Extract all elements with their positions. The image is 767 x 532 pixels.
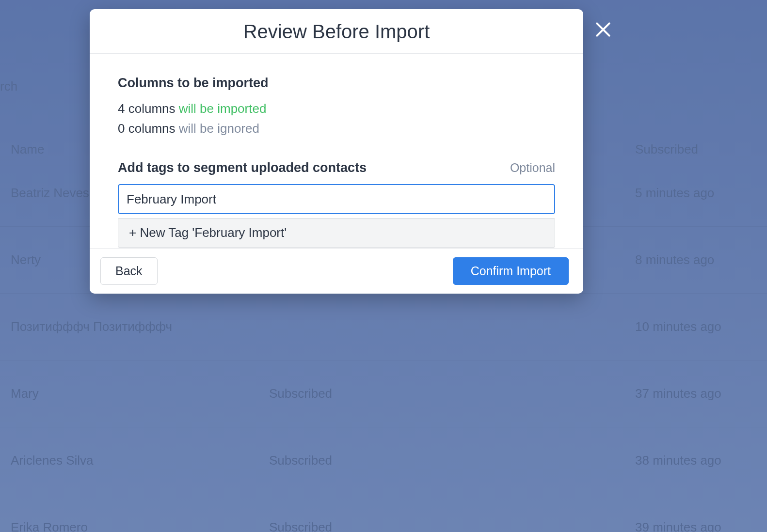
tag-input[interactable] [118, 184, 555, 214]
tag-input-wrapper: + New Tag 'February Import' [118, 184, 555, 214]
columns-ignored-line: 0 columns will be ignored [118, 121, 555, 136]
modal-body: Columns to be imported 4 columns will be… [90, 54, 583, 248]
back-button[interactable]: Back [100, 257, 158, 285]
new-tag-option[interactable]: + New Tag 'February Import' [118, 218, 555, 248]
columns-imported-line: 4 columns will be imported [118, 101, 555, 116]
modal-footer: Back Confirm Import [90, 248, 583, 294]
close-icon[interactable] [594, 20, 612, 39]
columns-section-title: Columns to be imported [118, 76, 555, 91]
ignored-suffix: will be ignored [179, 121, 259, 136]
review-import-modal: Review Before Import Columns to be impor… [90, 9, 583, 294]
imported-suffix: will be imported [179, 101, 267, 116]
ignored-count: 0 columns [118, 121, 176, 136]
tags-section-header: Add tags to segment uploaded contacts Op… [118, 160, 555, 175]
tags-section-title: Add tags to segment uploaded contacts [118, 160, 367, 175]
confirm-import-button[interactable]: Confirm Import [453, 257, 569, 285]
imported-count: 4 columns [118, 101, 176, 116]
optional-label: Optional [510, 161, 555, 175]
modal-title: Review Before Import [90, 9, 583, 54]
